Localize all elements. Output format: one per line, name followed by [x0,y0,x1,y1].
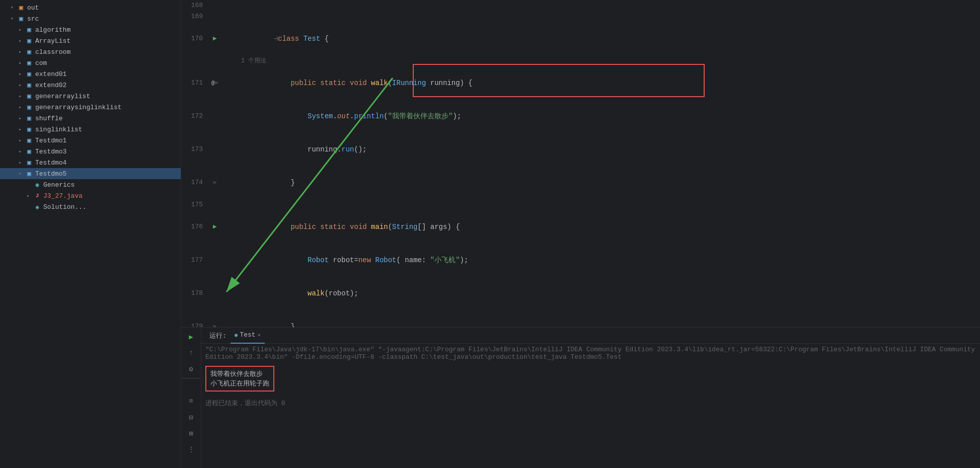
sidebar-item-label: src [27,15,39,23]
more-button[interactable]: ⋮ [184,442,198,456]
sidebar-item-label: Generics [43,181,74,189]
scroll-up-button[interactable]: ↑ [184,346,198,360]
code-line-171: 171 @ ⊳ public static void walk(IRunning… [181,66,980,100]
code-line-172: 172 System.out.println("我带着伙伴去散步"); [181,100,980,133]
run-gutter-icon[interactable]: ▶ [213,33,217,44]
folder-icon: ▣ [25,125,33,133]
sidebar-item-label: J3_27.java [43,192,83,200]
arrow-icon [16,26,24,34]
output-line-1: 我带着伙伴去散步 [210,369,269,378]
folder-icon: ▣ [25,81,33,89]
code-line-177: 177 Robot robot=new Robot( name: "小飞机"); [181,244,980,277]
arrow-icon [16,37,24,45]
sidebar-item-extend02[interactable]: ▣ extend02 [0,80,181,91]
arrow-icon [16,103,24,111]
align-button[interactable]: ≡ [184,394,198,408]
arrow-icon [16,136,24,144]
sidebar-item-algorithm[interactable]: ▣ algorithm [0,24,181,35]
arrow-icon [16,48,24,56]
line-code: } [221,166,980,199]
sidebar-item-generics[interactable]: ◉ Generics [0,179,181,190]
output-toolbar: ▶ ↑ ⚙ ≡ ⊟ ⊞ ⋮ [181,328,201,468]
code-line-174: 174 ⊳ } [181,166,980,199]
sidebar-item-shuffle[interactable]: ▣ shuffle [0,113,181,124]
folder-icon: ▣ [25,26,33,34]
folder-icon: ▣ [25,37,33,45]
tab-icon: ◉ [235,332,238,338]
line-gutter: ▶ [209,33,221,44]
java-icon: J [33,192,41,200]
folder-icon: ▣ [25,103,33,111]
editor-area: 168 169 170 ▶ ⊣class Te [181,0,980,468]
code-line-179: 179 ⊳ } [181,310,980,327]
sidebar-item-com[interactable]: ▣ com [0,57,181,68]
sidebar-item-testdmo1[interactable]: ▣ Testdmo1 [0,135,181,146]
folder-icon: ▣ [25,92,33,100]
line-number: 177 [181,255,209,266]
line-gutter: ⊳ [209,321,221,327]
output-main: 运行: ◉ Test ✕ "C:\Program Files\Java\jdk-… [201,328,980,468]
sidebar-item-solution[interactable]: ◉ Solution... [0,201,181,212]
code-lines: 168 169 170 ▶ ⊣class Te [181,0,980,327]
sidebar-item-extend01[interactable]: ▣ extend01 [0,68,181,80]
sidebar-item-label: classroom [35,48,70,56]
cmd-line: "C:\Program Files\Java\jdk-17\bin\java.e… [205,346,976,361]
sidebar-item-singlinklist[interactable]: ▣ singlinklist [0,124,181,135]
code-editor[interactable]: 168 169 170 ▶ ⊣class Te [181,0,980,327]
clear-button[interactable]: ⊟ [184,410,198,424]
arrow-icon [16,81,24,89]
sidebar-item-label: extend02 [35,82,66,89]
arrow-icon [8,15,16,23]
settings-button[interactable]: ⚙ [184,362,198,376]
run-gutter-icon[interactable]: ▶ [213,221,217,232]
sidebar-item-testdmo4[interactable]: ▣ Testdmo4 [0,157,181,168]
sidebar-item-classroom[interactable]: ▣ classroom [0,46,181,57]
folder-icon: ▣ [25,147,33,155]
code-line-175: 175 [181,199,980,210]
line-number: 176 [181,221,209,232]
close-tab-button[interactable]: ✕ [258,332,261,338]
filter-button[interactable]: ⊞ [184,426,198,440]
sidebar-item-testdmo5[interactable]: ▣ Testdmo5 [0,168,181,179]
code-line-178: 178 walk(robot); [181,277,980,310]
sidebar-item-generarraysinglinklist[interactable]: ▣ generarraysinglinklist [0,102,181,113]
exit-line: 进程已结束，退出代码为 0 [205,399,976,408]
sidebar-item-label: singlinklist [35,126,83,133]
arrow-icon [16,70,24,78]
arrow-icon [16,159,24,167]
folder-icon: ▣ [25,170,33,178]
run-label: 运行: [205,329,231,342]
line-number: 172 [181,111,209,122]
at-icon: @ [211,77,215,89]
sidebar-item-j3-27[interactable]: J J3_27.java [0,190,181,201]
line-code: Robot robot=new Robot( name: "小飞机"); [221,244,980,277]
sidebar-item-testdmo3[interactable]: ▣ Testdmo3 [0,146,181,157]
code-line-173: 173 running.run(); [181,133,980,166]
code-line-170: 170 ▶ ⊣class Test { [181,22,980,55]
line-code: } [221,310,980,327]
sidebar-item-label: generarraylist [35,93,90,100]
arrow-icon [16,114,24,122]
run-button[interactable]: ▶ [184,330,198,344]
sidebar-item-out[interactable]: ▣ out [0,2,181,13]
sidebar-item-label: generarraysinglinklist [35,104,122,111]
line-code: public static void main(String[] args) { [221,210,980,244]
sidebar-item-generarraylist[interactable]: ▣ generarraylist [0,91,181,102]
line-gutter: ▶ [209,221,221,232]
arrow-icon [8,4,16,12]
arrow-icon [24,192,32,200]
sidebar-item-src[interactable]: ▣ src [0,13,181,24]
line-number: 173 [181,144,209,155]
sidebar-item-label: Testdmo3 [35,148,66,155]
folder-icon: ▣ [17,15,25,23]
bookmark-icon: ⊳ [215,77,218,89]
sidebar-item-arraylist[interactable]: ▣ ArrayList [0,35,181,46]
sidebar-item-label: algorithm [35,26,70,34]
line-code: public static void walk(IRunning running… [221,66,980,100]
sidebar-item-label: Solution... [43,203,87,211]
code-line-usage: 1 个用法 [181,55,980,66]
output-highlight-box: 我带着伙伴去散步 小飞机正在用轮子跑 [205,366,274,392]
output-tab-test[interactable]: ◉ Test ✕ [231,328,265,344]
sidebar-item-label: Testdmo4 [35,159,66,167]
output-line-2: 小飞机正在用轮子跑 [210,379,269,388]
